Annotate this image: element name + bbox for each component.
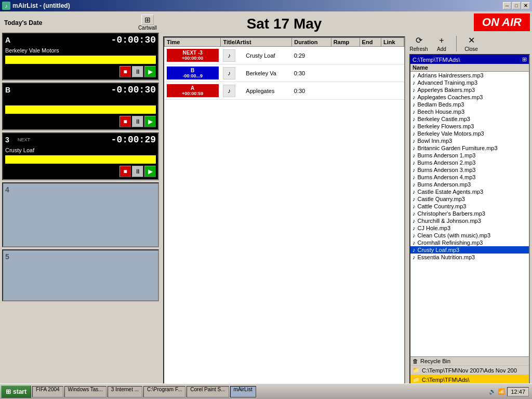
player-b: B -0:00:30 ■ ⏸ ▶ [2, 83, 159, 130]
minimize-button[interactable]: ─ [503, 2, 511, 9]
left-panel: Today's Date ⊞ Cartwall A -0:00:30 Berke… [0, 11, 161, 388]
app-title: mAirList - (untitled) [12, 2, 70, 9]
list-item[interactable]: ♪Apperleys Bakers.mp3 [410, 86, 529, 94]
taskbar-btn-windows[interactable]: Windows Tas... [64, 386, 107, 397]
list-item[interactable]: ♪Cromhall Refinishing.mp3 [410, 239, 529, 246]
player-3-pause[interactable]: ⏸ [132, 166, 143, 177]
list-item[interactable]: ♪Applegates Coaches.mp3 [410, 94, 529, 101]
player-b-controls: ■ ⏸ ▶ [3, 115, 158, 129]
taskbar-btn-fifa[interactable]: FIFA 2004 [32, 386, 63, 397]
list-item-selected[interactable]: ♪Crusty Loaf.mp3 [410, 246, 529, 254]
center-panel: Sat 17 May Time Title/Artist Duration Ra… [161, 11, 407, 388]
list-item[interactable]: ♪Britannic Garden Furniture.mp3 [410, 144, 529, 152]
file-browser: C:\Temp\TFM\Ads\ ⊞ Name ♪Adrians Hairdre… [409, 54, 530, 385]
track-title-3: Applegates [244, 82, 291, 100]
player-b-pause[interactable]: ⏸ [132, 116, 143, 127]
today-date-label: Today's Date [4, 19, 42, 26]
list-item[interactable]: ♪Churchill & Johnson.mp3 [410, 217, 529, 224]
file-browser-cols: Name [410, 64, 529, 72]
col-duration: Duration [292, 38, 331, 47]
start-button[interactable]: ⊞ start [1, 385, 31, 398]
list-item[interactable]: ♪Burns Anderson 1.mp3 [410, 152, 529, 159]
list-item[interactable]: ♪Christopher's Barbers.mp3 [410, 210, 529, 217]
player-a-stop[interactable]: ■ [119, 66, 131, 77]
add-button[interactable]: + Add [432, 36, 451, 52]
list-item[interactable]: ♪Advanced Training.mp3 [410, 79, 529, 86]
list-item[interactable]: ♪Castle Estate Agents.mp3 [410, 188, 529, 195]
track-duration-2: 0:30 [292, 64, 331, 82]
player-b-stop[interactable]: ■ [119, 116, 131, 127]
player-3-stop[interactable]: ■ [119, 166, 131, 177]
player-b-header: B -0:00:30 [3, 84, 158, 96]
title-bar: ♪ mAirList - (untitled) ─ □ ✕ [0, 0, 532, 11]
list-item[interactable]: ♪Burns Anderson 3.mp3 [410, 166, 529, 174]
right-panel: ON AIR ⟳ Refresh + Add ✕ Close C:\Temp\T… [407, 11, 532, 388]
list-item[interactable]: ♪Burns Anderson 4.mp3 [410, 174, 529, 181]
taskbar-btn-corel[interactable]: Corel Paint S... [187, 386, 229, 397]
list-item[interactable]: ♪Bowl Inn.mp3 [410, 137, 529, 144]
player-a-play[interactable]: ▶ [144, 66, 156, 77]
player-b-play[interactable]: ▶ [144, 116, 156, 127]
list-item[interactable]: ♪CJ Hole.mp3 [410, 224, 529, 232]
close-window-button[interactable]: ✕ [522, 2, 530, 9]
taskbar-btn-program[interactable]: C:\Program F... [143, 386, 185, 397]
taskbar-btn-internet[interactable]: 3 Internet ... [108, 386, 142, 397]
on-air-badge: ON AIR [474, 14, 530, 31]
music-icon-3: ♪ [223, 85, 235, 97]
list-item[interactable]: ♪Castle Quarry.mp3 [410, 195, 529, 203]
list-item[interactable]: ♪Adrians Hairdressers.mp3 [410, 72, 529, 79]
table-row[interactable]: NEXT -3 +00:00:00 ♪ Crusty Loaf 0:29 [165, 47, 404, 64]
player-a-pause[interactable]: ⏸ [132, 66, 143, 77]
music-icon-1: ♪ [223, 49, 235, 62]
player-3-next: NEXT [18, 137, 30, 142]
player-a-title: Berkeley Vale Motors [3, 46, 158, 55]
col-time: Time [165, 38, 221, 47]
track-title-1: Crusty Loaf [244, 47, 291, 64]
windows-icon: ⊞ [6, 388, 11, 395]
list-item[interactable]: ♪Beech House.mp3 [410, 108, 529, 115]
window-controls: ─ □ ✕ [503, 2, 530, 9]
status-badge-1: NEXT -3 +00:00:00 [167, 49, 219, 62]
file-browser-options-icon[interactable]: ⊞ [522, 56, 527, 63]
player-a-progress [5, 56, 156, 64]
list-item[interactable]: ♪Essentia Nutrition.mp3 [410, 254, 529, 261]
close-icon: ✕ [468, 35, 475, 45]
folder-recycle-bin[interactable]: 🗑 Recycle Bin [410, 357, 529, 366]
player-5: 5 [2, 249, 159, 301]
player-b-number: B [5, 86, 16, 94]
table-row[interactable]: A +00:00:59 ♪ Applegates 0:30 [165, 82, 404, 100]
folder-nov-2007[interactable]: 📁 C:\Temp\TFM\Nov 2007\Ads Nov 200 [410, 366, 529, 375]
track-duration-3: 0:30 [292, 82, 331, 100]
list-item[interactable]: ♪Clean Cuts (with music).mp3 [410, 232, 529, 239]
playlist-table: Time Title/Artist Duration Ramp End Link… [163, 36, 405, 385]
player-3-title: Crusty Loaf [3, 146, 158, 154]
list-item[interactable]: ♪Cattle Country.mp3 [410, 203, 529, 210]
list-item[interactable]: ♪Burns Anderson.mp3 [410, 181, 529, 188]
player-4: 4 [2, 182, 159, 247]
taskbar-btn-mairlist[interactable]: mAirList [230, 386, 256, 397]
maximize-button[interactable]: □ [512, 2, 521, 9]
col-link: Link [381, 38, 404, 47]
player-a-number: A [5, 36, 16, 44]
list-item[interactable]: ♪Bedlam Beds.mp3 [410, 101, 529, 108]
player-3-number: 3 [5, 136, 16, 144]
player-b-title [3, 96, 158, 104]
list-item[interactable]: ♪Berkeley Flowers.mp3 [410, 123, 529, 130]
player-3-progress [5, 155, 156, 164]
file-list[interactable]: ♪Adrians Hairdressers.mp3 ♪Advanced Trai… [410, 72, 529, 356]
table-row[interactable]: B -00:00...9 ♪ Berkeley Va 0:30 [165, 64, 404, 82]
player-3: 3 NEXT -0:00:29 Crusty Loaf ■ ⏸ ▶ [2, 132, 159, 180]
left-header: Today's Date ⊞ Cartwall [2, 14, 159, 33]
refresh-button[interactable]: ⟳ Refresh [409, 35, 428, 52]
system-clock: 12:47 [507, 387, 529, 396]
cartwall-button[interactable]: ⊞ Cartwall [138, 15, 157, 31]
list-item[interactable]: ♪Berkeley Castle.mp3 [410, 115, 529, 123]
tray-icons: 🔊 📶 [489, 388, 505, 395]
list-item[interactable]: ♪Berkeley Vale Motors.mp3 [410, 130, 529, 137]
close-button[interactable]: ✕ Close [462, 35, 481, 52]
col-end: End [360, 38, 381, 47]
app-icon: ♪ [2, 2, 10, 10]
player-3-play[interactable]: ▶ [144, 166, 156, 177]
toolbar-divider [456, 36, 457, 51]
list-item[interactable]: ♪Burns Anderson 2.mp3 [410, 159, 529, 166]
